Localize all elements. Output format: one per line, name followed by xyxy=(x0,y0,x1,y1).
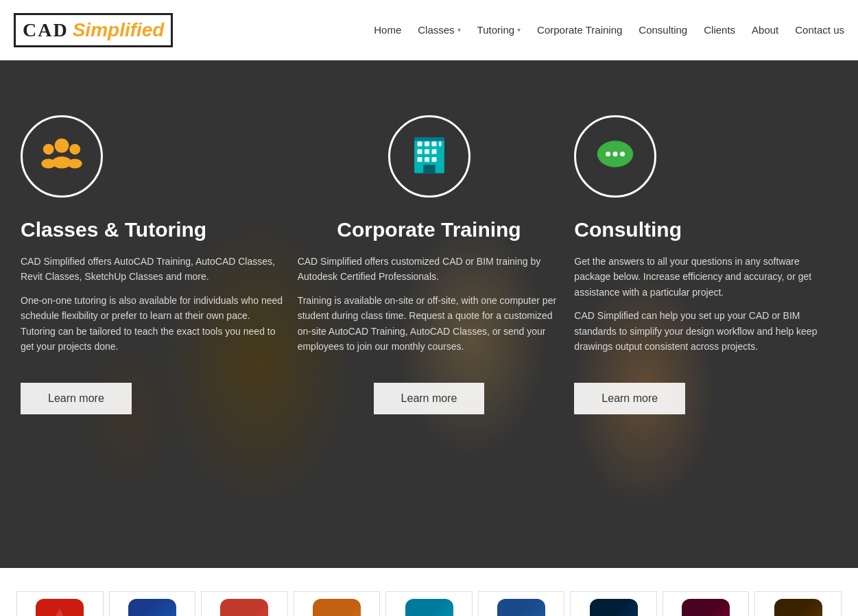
indesign-icon: Id xyxy=(682,599,730,616)
3dsmax-icon: 3 xyxy=(405,599,453,616)
header: CAD Simplified Home Classes ▾ Tutoring ▾… xyxy=(0,0,858,60)
logo-simplified-text: Simplified xyxy=(73,19,165,41)
logo-cad-text: CAD xyxy=(23,19,69,41)
revit-icon: R xyxy=(128,599,176,616)
nav-list: Home Classes ▾ Tutoring ▾ Corporate Trai… xyxy=(374,24,844,36)
svg-point-2 xyxy=(43,144,54,155)
software-item-civil3d[interactable]: C Civil 3D xyxy=(478,591,565,616)
nav-consulting[interactable]: Consulting xyxy=(639,24,687,36)
consulting-text1: Get the answers to all your questions in… xyxy=(574,254,837,300)
nav-clients[interactable]: Clients xyxy=(704,24,735,36)
svg-rect-13 xyxy=(431,150,436,154)
software-item-photoshop[interactable]: Ps Photoshop xyxy=(570,591,657,616)
classes-text2: One-on-one tutoring is also available fo… xyxy=(21,293,284,355)
classes-dropdown-arrow: ▾ xyxy=(457,26,461,34)
nav-tutoring[interactable]: Tutoring ▾ xyxy=(477,24,521,36)
svg-rect-18 xyxy=(414,137,444,141)
hero-col-classes: Classes & Tutoring CAD Simplified offers… xyxy=(21,115,284,414)
consulting-title: Consulting xyxy=(574,218,682,241)
svg-rect-12 xyxy=(425,150,429,154)
svg-point-4 xyxy=(69,144,80,155)
software-item-sketchup[interactable]: S SketchUp xyxy=(201,591,288,616)
software-item-revit[interactable]: R Revit xyxy=(109,591,196,616)
nav-about[interactable]: About xyxy=(752,24,778,36)
photoshop-icon: Ps xyxy=(590,599,638,616)
svg-point-3 xyxy=(41,159,56,169)
hero-section: Classes & Tutoring CAD Simplified offers… xyxy=(0,60,858,568)
classes-icon-circle xyxy=(21,115,103,198)
consulting-text2: CAD Simplified can help you set up your … xyxy=(574,308,837,354)
corporate-text2: Training is available on-site or off-sit… xyxy=(298,293,561,355)
nav-classes[interactable]: Classes ▾ xyxy=(418,24,460,36)
chat-icon xyxy=(591,132,639,180)
software-item-3dsmax[interactable]: 3 3ds Max xyxy=(385,591,473,616)
svg-rect-14 xyxy=(417,157,422,162)
civil3d-icon: C xyxy=(497,599,545,616)
svg-rect-16 xyxy=(431,157,436,162)
consulting-icon-circle xyxy=(574,115,656,198)
svg-rect-8 xyxy=(425,141,429,146)
svg-rect-15 xyxy=(425,157,429,162)
software-item-autocad[interactable]: A AutoCAD xyxy=(16,591,104,616)
svg-rect-17 xyxy=(423,165,436,173)
corporate-learn-more-button[interactable]: Learn more xyxy=(374,383,485,414)
autocad-icon: A xyxy=(36,599,84,616)
people-icon xyxy=(38,132,86,180)
svg-point-5 xyxy=(68,159,82,169)
classes-title: Classes & Tutoring xyxy=(21,218,206,241)
inventor-icon: I xyxy=(313,599,361,616)
hero-col-consulting: Consulting Get the answers to all your q… xyxy=(574,115,837,414)
consulting-learn-more-button[interactable]: Learn more xyxy=(574,383,685,414)
logo[interactable]: CAD Simplified xyxy=(14,13,173,47)
software-item-indesign[interactable]: Id InDesign xyxy=(663,591,750,616)
nav-home[interactable]: Home xyxy=(374,24,401,36)
illustrator-icon: Ai xyxy=(774,599,822,616)
tutoring-dropdown-arrow: ▾ xyxy=(517,26,521,34)
nav-corporate-training[interactable]: Corporate Training xyxy=(537,24,622,36)
svg-point-0 xyxy=(55,139,69,153)
nav-contact[interactable]: Contact us xyxy=(795,24,844,36)
corporate-text1: CAD Simplified offers customized CAD or … xyxy=(298,254,561,285)
svg-rect-9 xyxy=(431,141,436,146)
main-nav: Home Classes ▾ Tutoring ▾ Corporate Trai… xyxy=(374,24,844,36)
sketchup-icon: S xyxy=(220,599,268,616)
classes-learn-more-button[interactable]: Learn more xyxy=(21,383,132,414)
svg-rect-11 xyxy=(417,150,422,154)
software-section: A AutoCAD R Revit S SketchUp I Inventor xyxy=(0,568,858,616)
svg-point-21 xyxy=(606,152,610,156)
building-icon xyxy=(405,132,453,180)
svg-point-22 xyxy=(613,152,618,156)
svg-rect-7 xyxy=(417,141,422,146)
software-item-inventor[interactable]: I Inventor xyxy=(294,591,381,616)
classes-text1: CAD Simplified offers AutoCAD Training, … xyxy=(21,254,284,285)
svg-point-23 xyxy=(620,152,625,156)
logo-box: CAD Simplified xyxy=(14,13,173,47)
corporate-title: Corporate Training xyxy=(337,218,521,241)
software-item-illustrator[interactable]: Ai Illustrator xyxy=(754,591,842,616)
hero-col-corporate: Corporate Training CAD Simplified offers… xyxy=(298,115,561,414)
corporate-icon-circle xyxy=(388,115,470,198)
svg-rect-10 xyxy=(439,141,442,146)
hero-content: Classes & Tutoring CAD Simplified offers… xyxy=(0,60,858,442)
